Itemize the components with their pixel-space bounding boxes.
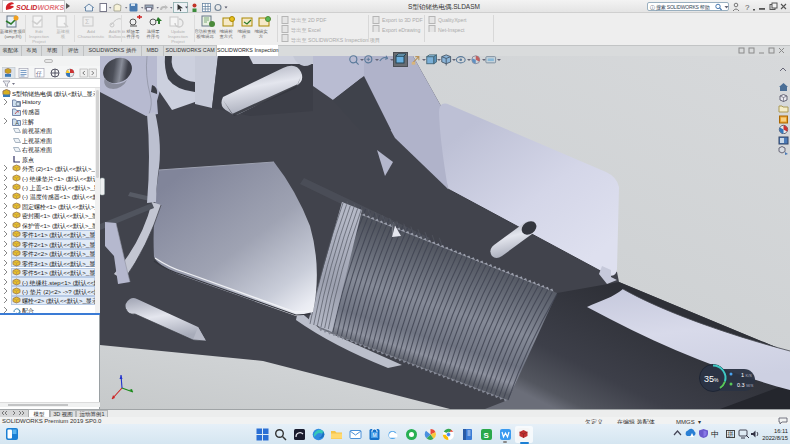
svg-text:M: M [373,432,377,438]
svg-text:1 K/S: 1 K/S [741,372,752,378]
svg-text:0.3 M/S: 0.3 M/S [737,382,754,388]
svg-text:?: ? [745,3,750,12]
svg-text:Σ: Σ [85,18,90,25]
svg-text:仔: 仔 [36,71,42,77]
svg-text:S: S [484,431,490,440]
svg-text:SOLIDWORKS: SOLIDWORKS [16,4,64,11]
svg-text:A: A [15,120,19,126]
